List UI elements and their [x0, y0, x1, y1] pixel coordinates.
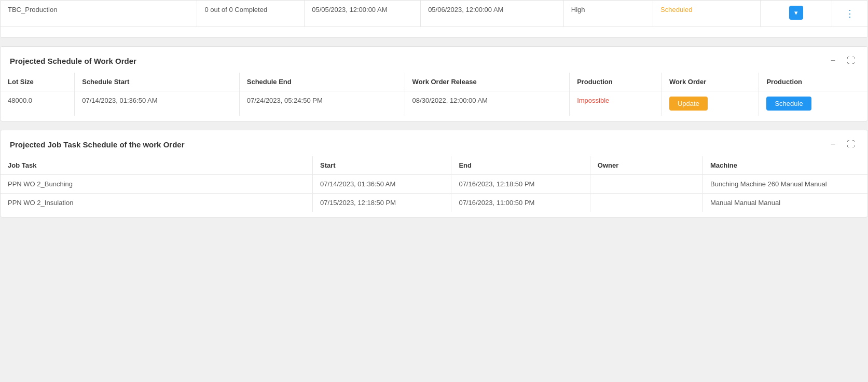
empty-row [1, 27, 867, 38]
dropdown-cell: ▾ [760, 1, 832, 27]
projected-schedule-header: Projected Schedule of Work Order − ⛶ [1, 47, 867, 73]
schedule-button[interactable]: Schedule [766, 97, 811, 111]
minimize-icon[interactable]: − [828, 55, 838, 66]
job-task-owner-1 [590, 175, 702, 194]
projected-schedule-table-wrapper: Lot Size Schedule Start Schedule End Wor… [1, 73, 867, 121]
projected-job-task-title: Projected Job Task Schedule of the work … [10, 140, 184, 149]
col-machine: Machine [702, 156, 867, 175]
lot-size-value: 48000.0 [1, 91, 75, 116]
top-table-section: TBC_Production 0 out of 0 Completed 05/0… [0, 0, 868, 38]
col-schedule-start: Schedule Start [75, 73, 240, 91]
divider-2 [0, 126, 868, 130]
projected-job-task-controls: − ⛶ [828, 139, 858, 150]
completed-cell: 0 out of 0 Completed [197, 1, 305, 27]
col-production-2: Production [759, 73, 867, 91]
dropdown-button[interactable]: ▾ [789, 6, 803, 20]
projected-job-task-tbody: PPN WO 2_Bunching 07/14/2023, 01:36:50 A… [1, 175, 867, 212]
more-options-cell: ⋮ [832, 1, 867, 27]
job-task-end-2: 07/16/2023, 11:00:50 PM [451, 194, 590, 212]
schedule-end-cell: 05/06/2023, 12:00:00 AM [421, 1, 564, 27]
projected-schedule-tbody: 48000.0 07/14/2023, 01:36:50 AM 07/24/20… [1, 91, 867, 116]
production-status-value: Impossible [570, 91, 662, 116]
update-btn-cell: Update [662, 91, 759, 116]
job-task-start-2: 07/15/2023, 12:18:50 PM [313, 194, 451, 212]
production-name-cell: TBC_Production [1, 1, 197, 27]
projected-job-task-header-row: Job Task Start End Owner Machine [1, 156, 867, 175]
status-cell: Scheduled [653, 1, 761, 27]
projected-job-task-table: Job Task Start End Owner Machine PPN WO … [1, 156, 867, 212]
job-task-name-2: PPN WO 2_Insulation [1, 194, 313, 212]
job-task-minimize-icon[interactable]: − [828, 139, 838, 150]
expand-icon[interactable]: ⛶ [844, 55, 858, 66]
job-task-end-1: 07/16/2023, 12:18:50 PM [451, 175, 590, 194]
projected-schedule-section: Projected Schedule of Work Order − ⛶ Lot… [0, 46, 868, 121]
projected-job-task-header: Projected Job Task Schedule of the work … [1, 130, 867, 156]
col-start: Start [313, 156, 451, 175]
top-table: TBC_Production 0 out of 0 Completed 05/0… [1, 1, 867, 37]
work-order-release-value: 08/30/2022, 12:00:00 AM [405, 91, 570, 116]
status-text: Scheduled [660, 6, 692, 13]
update-button[interactable]: Update [669, 97, 708, 111]
col-work-order: Work Order [662, 73, 759, 91]
divider-1 [0, 42, 868, 46]
col-owner: Owner [590, 156, 702, 175]
projected-schedule-table: Lot Size Schedule Start Schedule End Wor… [1, 73, 867, 116]
projected-schedule-data-row: 48000.0 07/14/2023, 01:36:50 AM 07/24/20… [1, 91, 867, 116]
job-task-row-2: PPN WO 2_Insulation 07/15/2023, 12:18:50… [1, 194, 867, 212]
job-task-owner-2 [590, 194, 702, 212]
spacer-cell [1, 27, 867, 38]
job-task-machine-2: Manual Manual Manual [702, 194, 867, 212]
schedule-start-value: 07/14/2023, 01:36:50 AM [75, 91, 240, 116]
projected-schedule-thead: Lot Size Schedule Start Schedule End Wor… [1, 73, 867, 91]
production-name: TBC_Production [8, 6, 57, 13]
projected-job-task-section: Projected Job Task Schedule of the work … [0, 130, 868, 217]
projected-job-task-table-wrapper: Job Task Start End Owner Machine PPN WO … [1, 156, 867, 217]
job-task-row-1: PPN WO 2_Bunching 07/14/2023, 01:36:50 A… [1, 175, 867, 194]
job-task-machine-1: Bunching Machine 260 Manual Manual [702, 175, 867, 194]
impossible-status: Impossible [577, 97, 609, 104]
col-end: End [451, 156, 590, 175]
job-task-expand-icon[interactable]: ⛶ [844, 139, 858, 150]
job-task-name-1: PPN WO 2_Bunching [1, 175, 313, 194]
schedule-start-cell: 05/05/2023, 12:00:00 AM [305, 1, 421, 27]
projected-schedule-title: Projected Schedule of Work Order [10, 57, 136, 65]
col-job-task: Job Task [1, 156, 313, 175]
more-options-icon[interactable]: ⋮ [839, 6, 860, 21]
col-work-order-release: Work Order Release [405, 73, 570, 91]
schedule-end-value: 07/24/2023, 05:24:50 PM [239, 91, 405, 116]
top-data-row: TBC_Production 0 out of 0 Completed 05/0… [1, 1, 867, 27]
priority-text: High [571, 6, 585, 13]
projected-schedule-controls: − ⛶ [828, 55, 858, 66]
col-lot-size: Lot Size [1, 73, 75, 91]
schedule-start-text: 05/05/2023, 12:00:00 AM [312, 6, 387, 13]
projected-job-task-thead: Job Task Start End Owner Machine [1, 156, 867, 175]
priority-cell: High [563, 1, 653, 27]
col-production-1: Production [570, 73, 662, 91]
schedule-btn-cell: Schedule [759, 91, 867, 116]
job-task-start-1: 07/14/2023, 01:36:50 AM [313, 175, 451, 194]
completed-text: 0 out of 0 Completed [204, 6, 267, 13]
schedule-end-text: 05/06/2023, 12:00:00 AM [428, 6, 503, 13]
col-schedule-end: Schedule End [239, 73, 405, 91]
projected-schedule-header-row: Lot Size Schedule Start Schedule End Wor… [1, 73, 867, 91]
